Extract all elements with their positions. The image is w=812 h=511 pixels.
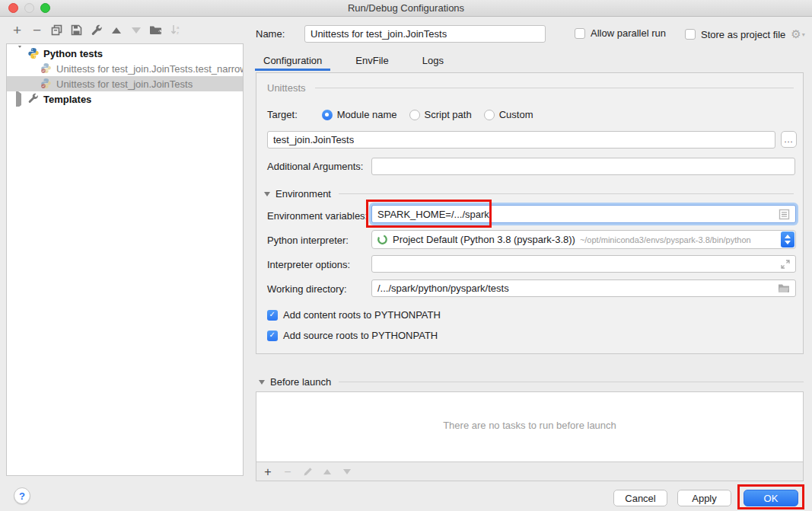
name-label: Name: [256,28,285,40]
ok-button-label: OK [764,493,779,504]
working-directory-input[interactable]: /.../spark/python/pyspark/tests [371,279,796,297]
radio-custom[interactable]: Custom [484,109,533,120]
help-button[interactable]: ? [14,487,30,504]
python-test-icon [40,62,53,75]
tree-item-label: Unittests for test_join.JoinTests.test_n… [56,63,243,75]
tree-item-python-tests[interactable]: Python tests [7,46,243,61]
radio-module-name[interactable]: Module name [322,109,397,120]
environment-variables-input[interactable]: SPARK_HOME=/.../spark [371,205,796,223]
collapse-arrow-icon[interactable] [259,380,265,385]
move-task-up-icon [322,466,333,477]
svg-text:z: z [177,30,179,35]
tree-item-unittest-jointests[interactable]: Unittests for test_join.JoinTests [7,76,243,91]
environment-section-header[interactable]: Environment [264,188,794,200]
before-launch-section-header[interactable]: Before launch [259,376,804,388]
store-as-project-file-checkbox[interactable]: Store as project file ⚙▾ [685,27,805,41]
radio-script-path[interactable]: Script path [409,109,472,120]
unittests-section-title: Unittests [267,82,306,94]
radio-unselected-icon[interactable] [484,110,495,120]
edit-task-icon [302,466,313,477]
checkbox-checked-icon[interactable] [267,310,278,321]
working-directory-value: /.../spark/python/pyspark/tests [377,283,509,294]
before-launch-toolbar: + − [256,461,803,481]
add-source-roots-label: Add source roots to PYTHONPATH [283,330,438,341]
add-content-roots-checkbox[interactable]: Add content roots to PYTHONPATH [267,309,441,321]
add-configuration-icon[interactable]: + [11,24,24,37]
expand-field-icon[interactable] [781,260,790,269]
remove-task-icon: − [282,466,293,477]
close-window-icon[interactable] [8,3,18,13]
allow-parallel-run-checkbox[interactable]: Allow parallel run [575,27,666,39]
apply-button[interactable]: Apply [677,490,731,506]
wrench-icon [27,93,40,105]
additional-arguments-label: Additional Arguments: [267,161,363,172]
add-source-roots-checkbox[interactable]: Add source roots to PYTHONPATH [267,330,438,341]
sort-configurations-icon: az [169,24,182,37]
edit-templates-icon[interactable] [90,24,103,37]
radio-selected-icon[interactable] [322,110,333,120]
expander-open-icon[interactable] [16,48,23,59]
radio-custom-label: Custom [499,109,533,120]
module-name-input[interactable]: test_join.JoinTests [267,131,775,149]
module-name-value: test_join.JoinTests [273,134,354,145]
gear-icon[interactable]: ⚙▾ [791,27,804,41]
svg-text:a: a [177,25,180,30]
title-bar[interactable]: Run/Debug Configurations [0,0,812,17]
target-row: Target: Module name Script path Custom [267,109,545,120]
add-content-roots-label: Add content roots to PYTHONPATH [283,309,441,321]
interpreter-options-label: Interpreter options: [267,259,350,270]
expander-closed-icon[interactable] [16,94,23,105]
configurations-toolbar: + − az [11,24,182,37]
move-down-icon [129,24,142,37]
python-icon [27,47,40,59]
cancel-button[interactable]: Cancel [613,490,667,506]
radio-module-name-label: Module name [337,109,397,120]
apply-button-label: Apply [692,493,717,504]
run-debug-configurations-dialog: Run/Debug Configurations + − az Pytho [0,0,812,511]
browse-button[interactable]: ... [781,131,797,148]
tab-envfile[interactable]: EnvFile [347,53,396,71]
move-task-down-icon [342,466,352,477]
checkbox-checked-icon[interactable] [267,331,278,341]
collapse-arrow-icon[interactable] [264,192,270,196]
environment-section-title: Environment [275,188,331,200]
checkbox-unchecked-icon[interactable] [685,29,696,40]
tree-item-label: Python tests [43,48,103,59]
tree-item-templates[interactable]: Templates [7,91,243,107]
move-up-icon[interactable] [110,24,123,37]
folder-icon[interactable] [778,283,790,293]
ok-button[interactable]: OK [744,490,798,506]
configurations-tree: Python tests Unittests for test_join.Joi… [6,43,244,476]
dropdown-stepper-icon[interactable] [781,232,794,248]
python-test-icon [40,78,53,90]
save-configuration-icon[interactable] [70,24,83,37]
remove-configuration-icon[interactable]: − [30,24,43,37]
tab-configuration[interactable]: Configuration [255,53,330,71]
copy-configuration-icon[interactable] [50,24,63,37]
environment-variables-value: SPARK_HOME=/.../spark [377,209,489,220]
add-task-icon[interactable]: + [263,466,273,477]
python-interpreter-select[interactable]: Project Default (Python 3.8 (pyspark-3.8… [371,230,796,249]
tab-logs[interactable]: Logs [414,53,452,71]
additional-arguments-input[interactable] [371,158,795,175]
browse-env-vars-icon[interactable] [779,209,790,220]
tree-item-label: Unittests for test_join.JoinTests [56,78,193,90]
browse-button-label: ... [784,135,793,144]
working-directory-label: Working directory: [267,283,347,295]
checkbox-unchecked-icon[interactable] [575,28,585,39]
tree-item-unittest-narrow[interactable]: Unittests for test_join.JoinTests.test_n… [7,61,243,76]
target-label: Target: [267,109,298,120]
store-as-project-file-label: Store as project file [701,29,785,40]
before-launch-title: Before launch [270,376,331,388]
before-launch-panel: There are no tasks to run before launch … [256,391,804,481]
name-input[interactable]: Unittests for test_join.JoinTests [304,25,546,43]
tab-bar: Configuration EnvFile Logs [255,53,469,71]
new-folder-icon[interactable] [149,24,162,37]
zoom-window-icon[interactable] [40,3,50,13]
window-title: Run/Debug Configurations [348,2,464,14]
interpreter-options-input[interactable] [371,255,796,273]
radio-unselected-icon[interactable] [409,110,420,120]
cancel-button-label: Cancel [625,493,655,504]
tree-item-label: Templates [43,94,91,105]
python-interpreter-value: Project Default (Python 3.8 (pyspark-3.8… [393,234,575,245]
